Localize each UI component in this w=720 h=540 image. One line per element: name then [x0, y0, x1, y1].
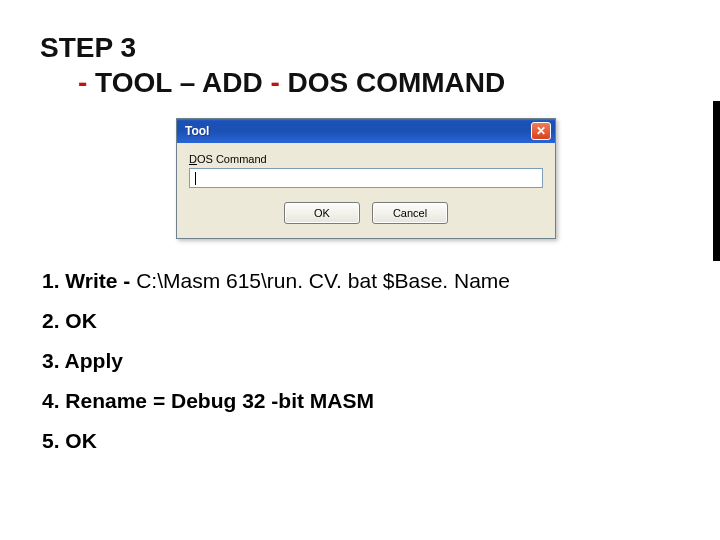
close-button[interactable]: ✕ [531, 122, 551, 140]
ok-button[interactable]: OK [284, 202, 360, 224]
step-1: 1. Write - C:\Masm 615\run. CV. bat $Bas… [42, 261, 680, 301]
slide: STEP 3 - TOOL – ADD - DOS COMMAND Tool ✕… [0, 0, 720, 540]
cancel-button[interactable]: Cancel [372, 202, 448, 224]
step-1-lead: 1. Write [42, 269, 123, 292]
heading-dash-1: - [78, 67, 87, 98]
ok-button-label: OK [314, 207, 330, 219]
tool-dialog: Tool ✕ DOS Command OK Ca [176, 118, 556, 239]
dialog-titlebar[interactable]: Tool ✕ [177, 119, 555, 143]
heading-segment-tail: DOS COMMAND [280, 67, 506, 98]
decorative-strip [713, 101, 720, 261]
heading-line-2: - TOOL – ADD - DOS COMMAND [40, 65, 680, 100]
heading-line-1: STEP 3 [40, 30, 680, 65]
dialog-body: DOS Command OK Cancel [177, 143, 555, 238]
heading-dash-2: - [270, 67, 279, 98]
slide-heading: STEP 3 - TOOL – ADD - DOS COMMAND [40, 30, 680, 100]
dos-command-input[interactable] [189, 168, 543, 188]
label-rest: OS Command [197, 153, 267, 165]
step-1-command: C:\Masm 615\run. CV. bat $Base. Name [130, 269, 510, 292]
instruction-list: 1. Write - C:\Masm 615\run. CV. bat $Bas… [42, 261, 680, 460]
close-icon: ✕ [536, 125, 546, 137]
cancel-button-label: Cancel [393, 207, 427, 219]
dialog-button-row: OK Cancel [189, 202, 543, 224]
text-caret [195, 172, 196, 185]
step-5: 5. OK [42, 421, 680, 461]
dialog-screenshot: Tool ✕ DOS Command OK Ca [176, 118, 680, 239]
label-accelerator: D [189, 153, 197, 165]
step-2: 2. OK [42, 301, 680, 341]
dos-command-label: DOS Command [189, 153, 543, 165]
dialog-title: Tool [185, 124, 531, 138]
step-3: 3. Apply [42, 341, 680, 381]
heading-segment-main: TOOL – ADD [87, 67, 270, 98]
step-4: 4. Rename = Debug 32 -bit MASM [42, 381, 680, 421]
